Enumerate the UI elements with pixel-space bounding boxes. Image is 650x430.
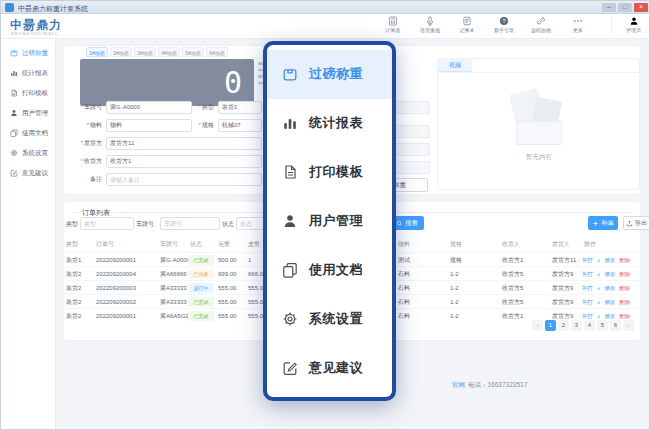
plate-input[interactable] [106, 101, 192, 114]
sidebar-item-5[interactable]: 使用文档 [1, 123, 55, 143]
window-title: 中昜鼎力称重计量系统 [18, 4, 88, 14]
more-icon [573, 16, 583, 26]
prev-page-button[interactable]: ‹ [532, 320, 543, 331]
calculator-icon [388, 16, 398, 26]
filter-input-2[interactable] [160, 217, 220, 230]
filter-label-1: 类型 [66, 220, 78, 229]
menu-item-4[interactable]: 用户管理 [267, 197, 392, 246]
reprint-link[interactable]: 补打 [582, 313, 593, 320]
chart-icon [282, 115, 298, 131]
type-input[interactable] [218, 101, 262, 114]
scale-tab-3[interactable]: 3#地磅 [134, 47, 156, 57]
menu-item-1[interactable]: 过磅称重 [267, 50, 392, 99]
sidebar-item-1[interactable]: 过磅称重 [1, 43, 55, 63]
filter-label-2: 车牌号 [136, 220, 154, 229]
type-label: *类型 [192, 101, 214, 114]
page-button-3[interactable]: 3 [571, 320, 582, 331]
page-button-2[interactable]: 2 [558, 320, 569, 331]
sidebar: 过磅称重统计报表打印模板用户管理使用文档系统设置意见建议 [1, 39, 56, 430]
edit-link[interactable]: 修改 [604, 271, 615, 278]
sender-input[interactable] [106, 137, 262, 150]
next-page-button[interactable]: › [623, 320, 634, 331]
tool-notepad-icon[interactable]: 记事本 [454, 16, 480, 33]
page-button-6[interactable]: 6 [610, 320, 621, 331]
spec-input[interactable] [218, 119, 262, 132]
svg-text:?: ? [502, 18, 505, 24]
delete-link[interactable]: 删除 [619, 299, 630, 306]
menu-item-7[interactable]: 意见建议 [267, 343, 392, 392]
minimize-button[interactable]: – [602, 3, 616, 12]
close-button[interactable]: × [634, 3, 648, 12]
app-header: 中昜鼎力 ZHONGYUDINGLI 计算器语音播报记事本?新手引导远程协助更多… [1, 14, 650, 39]
page-button-1[interactable]: 1 [545, 320, 556, 331]
template-icon [282, 164, 298, 180]
tool-calculator-icon[interactable]: 计算器 [380, 16, 406, 33]
footer-phone: 电话：16637323517 [468, 381, 527, 388]
chart-icon [10, 69, 18, 77]
page-button-4[interactable]: 4 [584, 320, 595, 331]
reprint-link[interactable]: 补打 [582, 271, 593, 278]
tool-more-icon[interactable]: 更多 [565, 16, 591, 33]
material-input[interactable] [106, 119, 192, 132]
reprint-link[interactable]: 补打 [582, 299, 593, 306]
sidebar-item-3[interactable]: 打印模板 [1, 83, 55, 103]
row-actions: 补打∨修改删除 [582, 267, 630, 281]
video-tab[interactable]: 视频 [438, 59, 472, 72]
edit-link[interactable]: 修改 [604, 313, 615, 320]
scale-tab-2[interactable]: 2#地磅 [110, 47, 132, 57]
video-empty-text: 暂无内容 [474, 153, 604, 162]
chevron-down-icon: ∨ [597, 272, 600, 277]
user-icon [282, 213, 298, 229]
sidebar-item-7[interactable]: 意见建议 [1, 163, 55, 183]
delete-link[interactable]: 删除 [619, 313, 630, 320]
delete-link[interactable]: 删除 [619, 285, 630, 292]
edit-link[interactable]: 修改 [604, 257, 615, 264]
tool-guide-icon[interactable]: ?新手引导 [491, 16, 517, 33]
sender-label: *发货方 [64, 137, 102, 150]
scale-tab-5[interactable]: 5#地磅 [182, 47, 204, 57]
notepad-icon [462, 16, 472, 26]
app-icon [5, 3, 14, 12]
supplement-order-button[interactable]: 补单 [588, 216, 618, 230]
tool-mic-icon[interactable]: 语音播报 [417, 16, 443, 33]
export-icon [626, 220, 633, 227]
user-menu[interactable]: 管理员 [611, 16, 641, 33]
export-button[interactable]: 导出 [623, 216, 650, 230]
video-panel: 视频 暂无内容 [437, 58, 640, 190]
page-button-5[interactable]: 5 [597, 320, 608, 331]
brand-logo-sub: ZHONGYUDINGLI [11, 31, 57, 36]
gear-icon [10, 149, 18, 157]
row-actions: 补打∨修改删除 [582, 281, 630, 295]
mic-icon [425, 16, 435, 26]
menu-item-3[interactable]: 打印模板 [267, 148, 392, 197]
receiver-input[interactable] [106, 155, 262, 168]
delete-link[interactable]: 删除 [619, 271, 630, 278]
menu-item-6[interactable]: 系统设置 [267, 294, 392, 343]
delete-link[interactable]: 删除 [619, 257, 630, 264]
template-icon [10, 89, 18, 97]
empty-box-illustration [510, 91, 570, 147]
sidebar-item-4[interactable]: 用户管理 [1, 103, 55, 123]
app-window: 中昜鼎力称重计量系统 – □ × 中昜鼎力 ZHONGYUDINGLI 计算器语… [0, 0, 650, 430]
sidebar-item-6[interactable]: 系统设置 [1, 143, 55, 163]
filter-input-1[interactable] [80, 217, 134, 230]
status-badge: 已完成 [188, 311, 214, 321]
edit-link[interactable]: 修改 [604, 285, 615, 292]
weight-display-value: 0 [224, 66, 242, 99]
menu-item-5[interactable]: 使用文档 [267, 245, 392, 294]
weigh-icon [10, 49, 18, 57]
edit-link[interactable]: 修改 [604, 299, 615, 306]
status-badge: 已完成 [188, 255, 214, 265]
scale-tab-1[interactable]: 1#地磅 [86, 47, 108, 57]
menu-item-2[interactable]: 统计报表 [267, 99, 392, 148]
sidebar-item-2[interactable]: 统计报表 [1, 63, 55, 83]
sidebar-nav: 过磅称重统计报表打印模板用户管理使用文档系统设置意见建议 [1, 39, 55, 183]
website-link[interactable]: 官网 [452, 381, 465, 388]
tool-link-icon[interactable]: 远程协助 [528, 16, 554, 33]
scale-tab-6[interactable]: 6#地磅 [206, 47, 228, 57]
reprint-link[interactable]: 补打 [582, 257, 593, 264]
reprint-link[interactable]: 补打 [582, 285, 593, 292]
maximize-button[interactable]: □ [618, 3, 632, 12]
remark-input[interactable] [106, 173, 262, 186]
scale-tab-4[interactable]: 4#地磅 [158, 47, 180, 57]
